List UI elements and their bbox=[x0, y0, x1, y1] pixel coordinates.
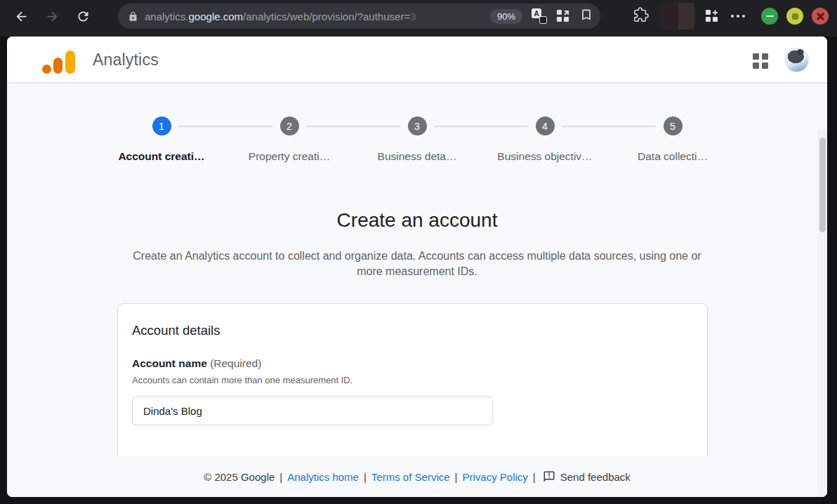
account-name-label: Account name (Required) bbox=[132, 357, 693, 370]
setup-stepper: 1 2 3 4 5 Account creati… Property creat… bbox=[98, 117, 737, 163]
url-suffix: 3 bbox=[410, 11, 416, 22]
forward-arrow-icon bbox=[45, 9, 60, 24]
footer-separator: | bbox=[364, 471, 367, 483]
window-maximize-button[interactable] bbox=[786, 8, 803, 25]
url-path: /analytics/web/provision/?authuser= bbox=[243, 11, 410, 22]
browser-profile-avatar[interactable] bbox=[659, 3, 694, 29]
step-label-account-creation: Account creati… bbox=[98, 150, 225, 163]
zoom-level-badge[interactable]: 90% bbox=[490, 9, 522, 24]
page-title: Create an account bbox=[7, 209, 827, 232]
step-circle-3[interactable]: 3 bbox=[408, 117, 427, 135]
picture-in-picture-icon[interactable] bbox=[556, 9, 570, 23]
back-arrow-icon bbox=[14, 9, 29, 24]
step-label-business-details: Business deta… bbox=[353, 150, 481, 163]
page-description: Create an Analytics account to collect a… bbox=[126, 248, 709, 279]
browser-toolbar: analytics.google.com/analytics/web/provi… bbox=[0, 0, 837, 37]
stepper-connector bbox=[434, 126, 528, 127]
account-name-help: Accounts can contain more than one measu… bbox=[132, 375, 693, 385]
terms-of-service-link[interactable]: Terms of Service bbox=[371, 471, 450, 483]
analytics-logo-icon[interactable] bbox=[42, 51, 82, 74]
scrollbar-thumb[interactable] bbox=[819, 138, 826, 232]
step-circle-2[interactable]: 2 bbox=[280, 117, 299, 135]
lock-icon[interactable] bbox=[128, 11, 138, 22]
send-feedback-button[interactable]: Send feedback bbox=[543, 470, 631, 483]
apps-grid-icon[interactable] bbox=[753, 53, 768, 69]
card-title: Account details bbox=[132, 323, 693, 338]
extensions-icon[interactable] bbox=[633, 7, 649, 25]
page-footer: © 2025 Google | Analytics home | Terms o… bbox=[7, 456, 827, 497]
feedback-icon bbox=[543, 470, 555, 483]
back-button[interactable] bbox=[13, 8, 29, 25]
reload-button[interactable] bbox=[74, 8, 91, 25]
more-menu-icon[interactable] bbox=[730, 15, 746, 18]
address-bar[interactable]: analytics.google.com/analytics/web/provi… bbox=[118, 4, 600, 29]
stepper-connector bbox=[306, 126, 400, 127]
step-label-data-collection: Data collecti… bbox=[609, 150, 737, 163]
bookmark-icon[interactable] bbox=[579, 8, 593, 25]
account-name-input[interactable] bbox=[132, 396, 493, 425]
analytics-header: Analytics bbox=[7, 37, 827, 83]
tab-groups-icon[interactable] bbox=[705, 9, 719, 23]
step-circle-1[interactable]: 1 bbox=[152, 117, 171, 135]
window-close-button[interactable] bbox=[812, 8, 829, 25]
browser-content: Analytics 1 2 3 4 5 Account creati… Prop… bbox=[7, 37, 827, 497]
url-domain: google.com bbox=[189, 11, 244, 22]
forward-button[interactable] bbox=[44, 8, 60, 25]
footer-separator: | bbox=[533, 471, 536, 483]
analytics-home-link[interactable]: Analytics home bbox=[287, 471, 359, 483]
page-scrollbar[interactable] bbox=[817, 129, 827, 497]
stepper-connector bbox=[562, 126, 656, 127]
product-title: Analytics bbox=[93, 50, 159, 69]
privacy-policy-link[interactable]: Privacy Policy bbox=[462, 471, 527, 483]
step-circle-4[interactable]: 4 bbox=[536, 117, 555, 135]
step-label-property-creation: Property creati… bbox=[225, 150, 353, 163]
url-text[interactable]: analytics.google.com/analytics/web/provi… bbox=[145, 11, 416, 22]
account-avatar[interactable] bbox=[784, 48, 809, 72]
translate-icon[interactable]: A bbox=[532, 8, 547, 24]
url-subdomain: analytics. bbox=[145, 11, 189, 22]
step-circle-5[interactable]: 5 bbox=[664, 117, 683, 135]
main-content: 1 2 3 4 5 Account creati… Property creat… bbox=[7, 83, 827, 497]
step-label-business-objectives: Business objectiv… bbox=[481, 150, 609, 163]
footer-separator: | bbox=[279, 471, 282, 483]
footer-separator: | bbox=[455, 471, 458, 483]
reload-icon bbox=[76, 9, 91, 24]
stepper-connector bbox=[178, 126, 272, 127]
copyright-text: © 2025 Google bbox=[204, 471, 275, 483]
window-minimize-button[interactable] bbox=[761, 8, 778, 25]
